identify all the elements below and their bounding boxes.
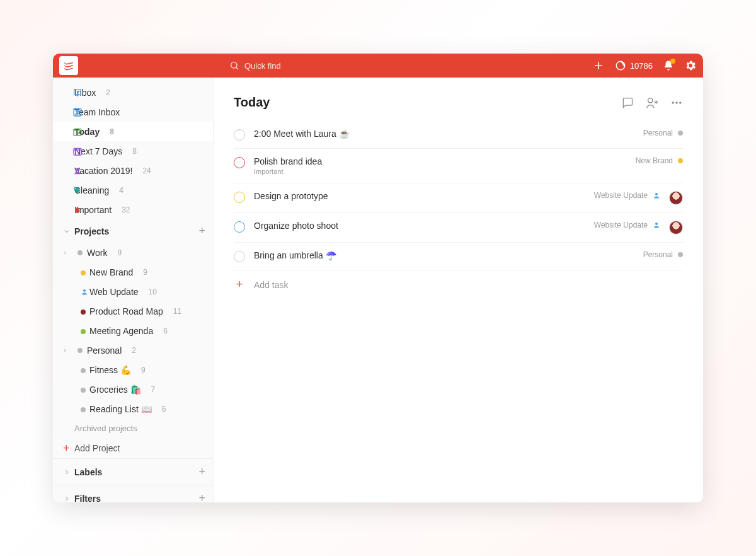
project-label: Personal <box>87 345 122 356</box>
task-project-label[interactable]: Website Update <box>594 221 648 229</box>
task-meta: Personal <box>643 250 683 259</box>
task-project-label[interactable]: Personal <box>643 129 673 137</box>
task-complete-checkbox[interactable] <box>234 251 245 262</box>
svg-point-17 <box>83 289 86 292</box>
project-item-web-update[interactable]: Web Update10 <box>53 282 213 301</box>
svg-line-1 <box>236 67 238 69</box>
project-color-dot <box>81 306 86 316</box>
user-icon <box>653 221 660 229</box>
task-row[interactable]: Organize photo shootWebsite Update <box>234 213 683 243</box>
project-label: Meeting Agenda <box>89 326 153 336</box>
project-count: 6 <box>163 327 168 335</box>
add-label-icon[interactable]: + <box>198 465 205 478</box>
calendar-icon <box>72 146 83 156</box>
team-icon <box>72 107 83 117</box>
task-complete-checkbox[interactable] <box>234 129 245 141</box>
user-icon <box>653 192 660 199</box>
svg-point-16 <box>75 188 76 189</box>
filters-section-header[interactable]: Filters + <box>53 485 213 502</box>
project-count: 9 <box>117 248 122 257</box>
svg-point-25 <box>655 223 658 225</box>
projects-section-header[interactable]: Projects + <box>53 219 213 243</box>
search-placeholder: Quick find <box>244 61 281 71</box>
add-filter-icon[interactable]: + <box>198 492 205 502</box>
labels-section-header[interactable]: Labels + <box>53 458 213 485</box>
project-count: 6 <box>162 405 166 414</box>
task-project-label[interactable]: Personal <box>643 250 673 259</box>
archived-projects-link[interactable]: Archived projects <box>53 419 213 438</box>
share-icon[interactable] <box>645 96 659 110</box>
notifications-button[interactable] <box>663 60 674 71</box>
sidebar-item-count: 32 <box>122 206 130 214</box>
sidebar-item-team-inbox[interactable]: Team Inbox <box>53 102 213 122</box>
sidebar-item-cleaning[interactable]: Cleaning4 <box>53 180 213 200</box>
main-header: Today <box>234 95 683 110</box>
sidebar-item-count: 8 <box>132 147 137 156</box>
sidebar-item-next7[interactable]: Next 7 Days8 <box>53 141 213 161</box>
task-meta: Website Update <box>594 191 660 200</box>
project-item-fitness[interactable]: Fitness 💪9 <box>53 360 213 379</box>
today-icon: 21 <box>72 127 83 137</box>
task-meta: Website Update <box>594 221 660 229</box>
project-item-meeting-agenda[interactable]: Meeting Agenda6 <box>53 321 213 340</box>
project-count: 11 <box>173 307 181 316</box>
task-body: Bring an umbrella ☂️ <box>254 250 634 260</box>
topbar: Quick find 10786 <box>53 54 703 78</box>
inbox-icon <box>72 88 83 98</box>
app-body: Inbox2Team Inbox21Today8Next 7 Days8 Vac… <box>53 78 703 502</box>
search-icon <box>229 61 239 71</box>
user-icon <box>81 288 88 296</box>
project-item-product-roadmap[interactable]: Product Road Map11 <box>53 301 213 321</box>
sidebar-item-count: 4 <box>119 186 123 195</box>
sidebar: Inbox2Team Inbox21Today8Next 7 Days8 Vac… <box>53 78 214 502</box>
main-content: Today 2:00 Meet with Laura ☕PersonalPoli… <box>214 78 703 502</box>
assignee-avatar[interactable] <box>669 191 683 205</box>
project-label: Work <box>87 248 107 258</box>
project-label: Web Update <box>89 287 139 297</box>
chevron-right-icon[interactable] <box>62 347 68 354</box>
assignee-avatar[interactable] <box>669 221 683 235</box>
task-list: 2:00 Meet with Laura ☕PersonalPolish bra… <box>234 121 683 270</box>
project-folder-work[interactable]: Work9 <box>53 243 213 262</box>
svg-point-24 <box>655 193 658 195</box>
chevron-right-icon[interactable] <box>62 250 68 256</box>
project-item-groceries[interactable]: Groceries 🛍️7 <box>53 379 213 399</box>
app-logo[interactable] <box>59 56 78 75</box>
task-complete-checkbox[interactable] <box>234 192 245 203</box>
sidebar-item-today[interactable]: 21Today8 <box>53 122 213 141</box>
project-item-reading-list[interactable]: Reading List 📖6 <box>53 399 213 419</box>
task-body: Polish brand ideaImportant <box>254 156 627 175</box>
add-task-button[interactable]: + Add task <box>234 270 683 299</box>
task-title: Polish brand idea <box>254 156 627 166</box>
project-color-dot <box>81 365 86 375</box>
settings-button[interactable] <box>684 59 697 72</box>
task-row[interactable]: 2:00 Meet with Laura ☕Personal <box>234 121 683 149</box>
project-folder-personal[interactable]: Personal2 <box>53 340 213 360</box>
labels-header-label: Labels <box>74 467 102 477</box>
task-project-label[interactable]: New Brand <box>636 156 673 165</box>
project-label: Product Road Map <box>89 306 163 316</box>
project-color-dot <box>678 252 683 257</box>
project-item-new-brand[interactable]: New Brand9 <box>53 262 213 282</box>
drop-icon <box>72 206 83 214</box>
task-project-label[interactable]: Website Update <box>594 191 648 200</box>
quick-find-search[interactable]: Quick find <box>229 61 281 71</box>
sidebar-item-important[interactable]: Important32 <box>53 200 213 219</box>
add-task-quick-button[interactable] <box>592 59 605 72</box>
task-complete-checkbox[interactable] <box>234 157 245 168</box>
task-complete-checkbox[interactable] <box>234 221 245 233</box>
add-project-button[interactable]: + Add Project <box>53 438 213 458</box>
sidebar-item-count: 2 <box>106 88 110 97</box>
svg-point-15 <box>76 168 79 171</box>
project-color-dot <box>81 404 86 414</box>
karma-badge[interactable]: 10786 <box>615 60 653 71</box>
task-row[interactable]: Design a prototypeWebsite Update <box>234 183 683 213</box>
add-project-icon[interactable]: + <box>198 224 205 238</box>
sidebar-item-vacation[interactable]: Vacation 2019!24 <box>53 161 213 180</box>
svg-rect-10 <box>74 148 81 155</box>
task-row[interactable]: Bring an umbrella ☂️Personal <box>234 243 683 270</box>
sidebar-item-inbox[interactable]: Inbox2 <box>53 83 213 102</box>
comment-icon[interactable] <box>621 96 634 109</box>
task-row[interactable]: Polish brand ideaImportantNew Brand <box>234 149 683 183</box>
more-icon[interactable] <box>670 96 683 109</box>
